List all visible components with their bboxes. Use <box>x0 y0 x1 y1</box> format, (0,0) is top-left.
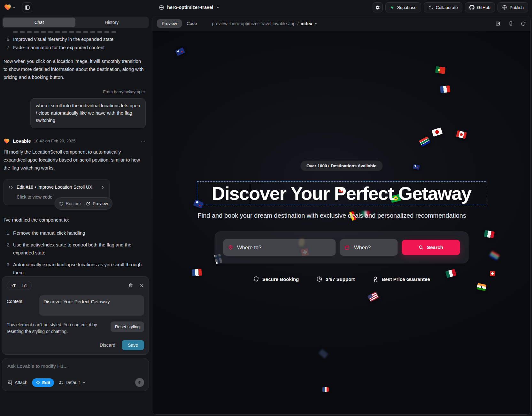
preview-toolbar: Preview Code preview--hero-optimizer-tra… <box>152 16 530 31</box>
edit-version-card[interactable]: Edit #18 • Improve Location Scroll UX Cl… <box>4 179 110 205</box>
restore-icon <box>59 201 64 206</box>
when-input-box[interactable] <box>340 239 398 256</box>
attach-button[interactable]: Attach <box>7 380 27 385</box>
delete-element-button[interactable] <box>128 283 133 288</box>
where-input[interactable] <box>223 239 336 256</box>
feature-price-guarantee: Best Price Guarantee <box>372 276 430 282</box>
chat-composer: Attach Edit Default <box>2 358 149 391</box>
chat-scroll-area[interactable]: 6. Improved visual hierarchy in the expa… <box>0 29 151 274</box>
assistant-paragraph: I'll modify the LocationScroll component… <box>4 148 146 172</box>
chat-mode-select[interactable]: Default <box>58 380 85 385</box>
user-message-bubble: when i scroll into the individual locati… <box>30 98 146 128</box>
sidebar-tabs: Chat History <box>2 17 149 28</box>
hero-title[interactable]: Discover Your Perfect Getaway <box>212 183 471 204</box>
flag-india-icon <box>476 283 487 291</box>
flag-south-africa-icon <box>419 136 430 147</box>
assistant-name: Lovable <box>13 137 31 145</box>
attach-image-icon <box>7 380 12 385</box>
where-input-box[interactable] <box>223 239 336 256</box>
chevron-down-icon <box>314 22 318 25</box>
flag-canada-icon <box>456 130 467 139</box>
flag-south-africa-icon <box>489 251 500 261</box>
github-button[interactable]: GitHub <box>465 2 495 12</box>
lovable-heart-icon <box>4 4 12 11</box>
composer-input[interactable] <box>7 363 144 369</box>
save-button[interactable]: Save <box>122 340 144 350</box>
content-label: Content <box>7 295 34 316</box>
publish-button[interactable]: Publish <box>497 2 528 12</box>
feature-row: Secure Booking 24/7 Support Best Price G… <box>253 276 430 282</box>
refresh-button[interactable] <box>521 21 526 26</box>
sliders-icon <box>58 380 63 385</box>
list-number: 2. <box>4 241 11 257</box>
discard-button[interactable]: Discard <box>100 343 115 348</box>
project-name: hero-optimizer-travel <box>167 5 213 10</box>
flag-australia-icon <box>175 47 185 56</box>
list-number: 7. <box>4 44 11 52</box>
url-host: preview--hero-optimizer-travel.lovable.a… <box>212 21 295 26</box>
search-label: Search <box>427 245 443 250</box>
collaborate-label: Collaborate <box>436 5 458 10</box>
search-button[interactable]: Search <box>402 240 460 255</box>
collaborate-button[interactable]: Collaborate <box>424 2 462 12</box>
supabase-button[interactable]: Supabase <box>385 2 421 12</box>
project-switcher[interactable]: hero-optimizer-travel <box>159 0 220 15</box>
element-editor-panel: TT h1 Content Discover Your Perfect Geta… <box>2 276 149 355</box>
chat-sidebar: Chat History 6. Improved visual hierarch… <box>0 15 151 416</box>
preview-url[interactable]: preview--hero-optimizer-travel.lovable.a… <box>212 21 318 26</box>
mobile-view-button[interactable] <box>508 21 513 26</box>
calendar-icon <box>344 245 350 250</box>
feature-support: 24/7 Support <box>316 276 355 282</box>
flag-switzerland-icon <box>490 271 495 276</box>
external-link-icon <box>86 201 90 206</box>
message-author-label: From harrymckayroper <box>4 88 145 96</box>
settings-button[interactable] <box>373 2 383 12</box>
preview-label: Preview <box>93 200 108 208</box>
message-timestamp: 18:42 on Feb 20, 2025 <box>34 137 76 145</box>
code-icon <box>8 185 13 190</box>
destinations-badge: Over 1000+ Destinations Available <box>300 161 382 171</box>
reset-styling-button[interactable]: Reset styling <box>111 321 144 332</box>
restore-button[interactable]: Restore <box>59 200 81 208</box>
h1-selection-outline[interactable]: Discover Your Perfect Getaway <box>197 181 486 205</box>
content-textarea[interactable]: Discover Your Perfect Getaway <box>39 295 144 316</box>
list-item: 2. Use the activeIndex state to control … <box>4 241 146 257</box>
arrow-up-icon <box>137 380 142 385</box>
restore-preview-pill: Restore Preview <box>55 197 112 210</box>
flag-france-icon <box>440 85 450 93</box>
lovable-logo-menu[interactable] <box>4 4 16 11</box>
shield-icon <box>253 276 259 282</box>
restore-label: Restore <box>66 200 81 208</box>
preview-button[interactable]: Preview <box>86 200 108 208</box>
flag-france-icon <box>192 269 202 276</box>
element-tag-pill[interactable]: TT h1 <box>7 281 32 290</box>
flag-mexico-icon <box>484 230 494 238</box>
list-number: 3. <box>4 261 11 274</box>
text-cursor <box>250 184 251 202</box>
website-viewport[interactable]: Over 1000+ Destinations Available Discov… <box>152 31 530 414</box>
open-in-new-window-button[interactable] <box>495 21 501 26</box>
message-more-menu[interactable] <box>141 139 146 144</box>
edit-label: Edit <box>42 380 50 385</box>
chevron-right-icon <box>101 185 105 189</box>
clipped-text-line <box>13 31 119 33</box>
tab-history[interactable]: History <box>75 18 148 27</box>
assistant-paragraph: I've modified the component to: <box>4 216 146 224</box>
supabase-bolt-icon <box>390 5 395 10</box>
toggle-sidebar-button[interactable] <box>22 2 32 12</box>
tab-chat[interactable]: Chat <box>3 18 75 27</box>
search-card: Search <box>214 231 468 263</box>
tab-preview[interactable]: Preview <box>157 19 182 28</box>
tab-code[interactable]: Code <box>182 19 202 28</box>
list-number: 6. <box>4 35 11 43</box>
gear-icon <box>375 5 380 10</box>
feature-label: 24/7 Support <box>326 276 355 282</box>
collaborate-people-icon <box>428 5 433 10</box>
close-panel-button[interactable] <box>139 283 144 288</box>
flag-japan-icon <box>431 127 443 137</box>
clock-icon <box>316 276 322 282</box>
edit-mode-button[interactable]: Edit <box>32 378 54 387</box>
chevron-down-icon <box>216 6 220 9</box>
send-button[interactable] <box>135 378 144 387</box>
top-bar: hero-optimizer-travel Supabase Collabora… <box>0 0 532 15</box>
